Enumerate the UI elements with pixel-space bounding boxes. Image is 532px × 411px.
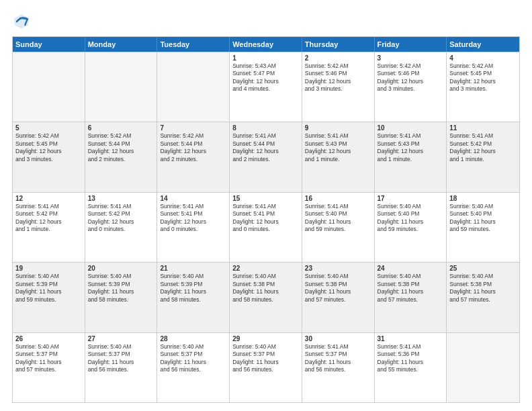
cell-line: Sunrise: 5:40 AM <box>160 343 226 351</box>
calendar-cell-4-3: 29Sunrise: 5:40 AMSunset: 5:37 PMDayligh… <box>230 333 302 402</box>
calendar-cell-4-5: 31Sunrise: 5:41 AMSunset: 5:36 PMDayligh… <box>375 333 447 402</box>
calendar-cell-0-1 <box>85 52 158 122</box>
cell-line: Sunrise: 5:40 AM <box>449 273 517 280</box>
calendar-cell-4-1: 27Sunrise: 5:40 AMSunset: 5:37 PMDayligh… <box>85 333 158 402</box>
cell-line: and 4 minutes. <box>232 85 299 93</box>
cell-line: Sunrise: 5:42 AM <box>305 62 371 70</box>
cell-line: and 59 minutes. <box>15 296 82 304</box>
cell-line: Sunset: 5:40 PM <box>305 210 371 218</box>
cell-line: Daylight: 12 hours <box>232 148 299 155</box>
day-number: 8 <box>232 124 299 132</box>
cell-line: Sunrise: 5:41 AM <box>305 132 371 140</box>
header-cell-saturday: Saturday <box>447 37 519 52</box>
cell-line: Sunset: 5:47 PM <box>232 70 299 77</box>
cell-line: Sunrise: 5:41 AM <box>160 203 226 210</box>
cell-line: Sunset: 5:36 PM <box>378 351 444 358</box>
cell-line: Sunset: 5:40 PM <box>449 210 517 218</box>
cell-line: and 3 minutes. <box>15 156 82 163</box>
cell-line: Daylight: 12 hours <box>449 78 517 85</box>
cell-line: Sunset: 5:37 PM <box>88 351 154 358</box>
day-number: 7 <box>160 124 226 132</box>
calendar-cell-2-1: 13Sunrise: 5:41 AMSunset: 5:42 PMDayligh… <box>85 193 158 262</box>
cell-line: and 59 minutes. <box>305 226 371 233</box>
day-number: 11 <box>449 124 517 132</box>
cell-line: Daylight: 12 hours <box>232 218 299 226</box>
cell-line: Daylight: 12 hours <box>449 148 517 155</box>
header <box>12 12 520 31</box>
cell-line: Sunrise: 5:41 AM <box>378 343 444 351</box>
calendar-cell-4-4: 30Sunrise: 5:41 AMSunset: 5:37 PMDayligh… <box>302 333 375 402</box>
day-number: 10 <box>378 124 444 132</box>
cell-line: Sunrise: 5:41 AM <box>378 132 444 140</box>
cell-line: Sunrise: 5:40 AM <box>378 203 444 210</box>
day-number: 9 <box>305 124 371 132</box>
calendar-cell-3-1: 20Sunrise: 5:40 AMSunset: 5:39 PMDayligh… <box>85 263 158 332</box>
day-number: 25 <box>449 265 517 272</box>
cell-line: Sunrise: 5:41 AM <box>232 203 299 210</box>
logo-icon <box>12 12 31 31</box>
day-number: 2 <box>305 54 371 62</box>
calendar-cell-3-0: 19Sunrise: 5:40 AMSunset: 5:39 PMDayligh… <box>13 263 85 332</box>
calendar-cell-1-4: 9Sunrise: 5:41 AMSunset: 5:43 PMDaylight… <box>302 122 375 191</box>
cell-line: and 0 minutes. <box>160 226 226 233</box>
header-cell-friday: Friday <box>375 37 447 52</box>
cell-line: Sunrise: 5:40 AM <box>378 273 444 280</box>
day-number: 16 <box>305 195 371 202</box>
cell-line: Sunset: 5:38 PM <box>232 281 299 288</box>
cell-line: Sunset: 5:39 PM <box>88 281 154 288</box>
cell-line: Daylight: 12 hours <box>15 148 82 155</box>
cell-line: Sunset: 5:38 PM <box>305 281 371 288</box>
cell-line: Daylight: 11 hours <box>15 288 82 295</box>
day-number: 30 <box>305 335 371 342</box>
cell-line: and 56 minutes. <box>160 366 226 373</box>
day-number: 21 <box>160 265 226 272</box>
cell-line: and 58 minutes. <box>88 296 154 304</box>
cell-line: Sunrise: 5:40 AM <box>88 273 154 280</box>
calendar-cell-4-0: 26Sunrise: 5:40 AMSunset: 5:37 PMDayligh… <box>13 333 85 402</box>
cell-line: Sunrise: 5:40 AM <box>160 273 226 280</box>
cell-line: and 1 minute. <box>305 156 371 163</box>
cell-line: Sunrise: 5:42 AM <box>15 132 82 140</box>
cell-line: and 1 minute. <box>449 156 517 163</box>
day-number: 17 <box>378 195 444 202</box>
day-number: 18 <box>449 195 517 202</box>
cell-line: Sunrise: 5:43 AM <box>232 62 299 70</box>
day-number: 3 <box>378 54 444 62</box>
cell-line: Daylight: 11 hours <box>305 288 371 295</box>
cell-line: Sunrise: 5:42 AM <box>378 62 444 70</box>
cell-line: Daylight: 11 hours <box>88 288 154 295</box>
cell-line: and 56 minutes. <box>232 366 299 373</box>
calendar-cell-3-4: 23Sunrise: 5:40 AMSunset: 5:38 PMDayligh… <box>302 263 375 332</box>
calendar-cell-2-2: 14Sunrise: 5:41 AMSunset: 5:41 PMDayligh… <box>157 193 230 262</box>
cell-line: Sunset: 5:45 PM <box>449 70 517 77</box>
calendar-cell-0-0 <box>13 52 85 122</box>
cell-line: Sunrise: 5:40 AM <box>88 343 154 351</box>
cell-line: Sunset: 5:43 PM <box>378 140 444 148</box>
logo <box>12 12 34 31</box>
day-number: 20 <box>88 265 154 272</box>
header-cell-monday: Monday <box>85 37 158 52</box>
calendar-cell-3-2: 21Sunrise: 5:40 AMSunset: 5:39 PMDayligh… <box>157 263 230 332</box>
cell-line: Daylight: 12 hours <box>305 78 371 85</box>
cell-line: Sunset: 5:43 PM <box>305 140 371 148</box>
cell-line: Daylight: 12 hours <box>378 148 444 155</box>
cell-line: Daylight: 11 hours <box>232 288 299 295</box>
cell-line: Sunrise: 5:42 AM <box>160 132 226 140</box>
cell-line: and 0 minutes. <box>232 226 299 233</box>
calendar-cell-4-2: 28Sunrise: 5:40 AMSunset: 5:37 PMDayligh… <box>157 333 230 402</box>
cell-line: Daylight: 11 hours <box>378 359 444 366</box>
cell-line: Sunrise: 5:40 AM <box>15 343 82 351</box>
cell-line: Sunset: 5:39 PM <box>160 281 226 288</box>
cell-line: and 1 minute. <box>378 156 444 163</box>
cell-line: Sunrise: 5:41 AM <box>305 343 371 351</box>
cell-line: Daylight: 11 hours <box>15 359 82 366</box>
cell-line: and 3 minutes. <box>378 85 444 93</box>
cell-line: and 55 minutes. <box>378 366 444 373</box>
cell-line: Sunset: 5:44 PM <box>232 140 299 148</box>
cell-line: Sunrise: 5:40 AM <box>305 273 371 280</box>
day-number: 29 <box>232 335 299 342</box>
cell-line: Sunset: 5:40 PM <box>378 210 444 218</box>
day-number: 1 <box>232 54 299 62</box>
cell-line: and 59 minutes. <box>449 226 517 233</box>
cell-line: and 3 minutes. <box>449 85 517 93</box>
